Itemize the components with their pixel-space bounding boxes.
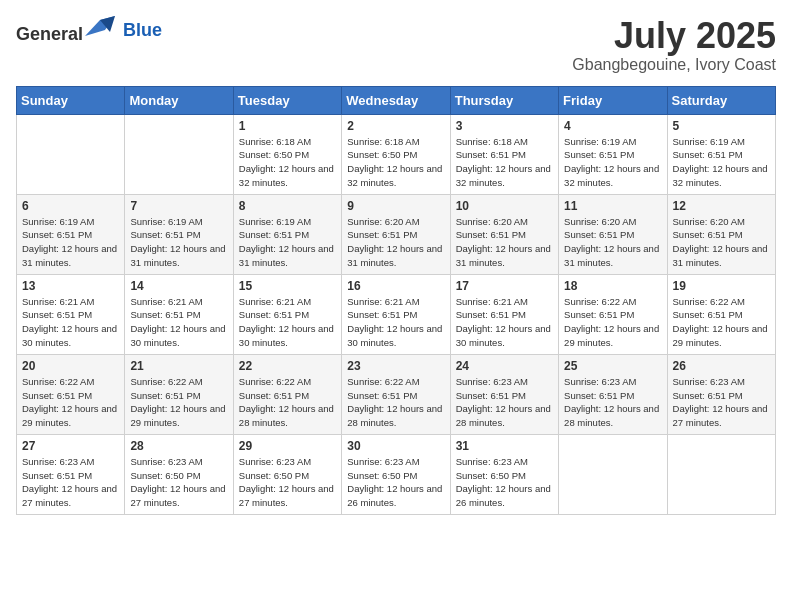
day-number: 1 (239, 119, 336, 133)
calendar-cell (17, 114, 125, 194)
day-number: 14 (130, 279, 227, 293)
calendar-table: SundayMondayTuesdayWednesdayThursdayFrid… (16, 86, 776, 515)
calendar-cell (667, 434, 775, 514)
day-info: Sunrise: 6:22 AMSunset: 6:51 PMDaylight:… (239, 375, 336, 430)
calendar-cell: 5Sunrise: 6:19 AMSunset: 6:51 PMDaylight… (667, 114, 775, 194)
day-info: Sunrise: 6:21 AMSunset: 6:51 PMDaylight:… (239, 295, 336, 350)
page-header: General Blue July 2025 Gbangbegouine, Iv… (16, 16, 776, 74)
day-info: Sunrise: 6:22 AMSunset: 6:51 PMDaylight:… (22, 375, 119, 430)
day-info: Sunrise: 6:23 AMSunset: 6:51 PMDaylight:… (22, 455, 119, 510)
day-info: Sunrise: 6:18 AMSunset: 6:50 PMDaylight:… (347, 135, 444, 190)
calendar-cell: 16Sunrise: 6:21 AMSunset: 6:51 PMDayligh… (342, 274, 450, 354)
calendar-cell: 8Sunrise: 6:19 AMSunset: 6:51 PMDaylight… (233, 194, 341, 274)
calendar-cell: 29Sunrise: 6:23 AMSunset: 6:50 PMDayligh… (233, 434, 341, 514)
calendar-cell: 23Sunrise: 6:22 AMSunset: 6:51 PMDayligh… (342, 354, 450, 434)
logo-blue: Blue (123, 20, 162, 41)
day-info: Sunrise: 6:22 AMSunset: 6:51 PMDaylight:… (130, 375, 227, 430)
day-number: 9 (347, 199, 444, 213)
day-info: Sunrise: 6:18 AMSunset: 6:51 PMDaylight:… (456, 135, 553, 190)
day-info: Sunrise: 6:22 AMSunset: 6:51 PMDaylight:… (564, 295, 661, 350)
day-number: 21 (130, 359, 227, 373)
day-number: 2 (347, 119, 444, 133)
calendar-cell: 20Sunrise: 6:22 AMSunset: 6:51 PMDayligh… (17, 354, 125, 434)
calendar-cell: 1Sunrise: 6:18 AMSunset: 6:50 PMDaylight… (233, 114, 341, 194)
calendar-cell: 14Sunrise: 6:21 AMSunset: 6:51 PMDayligh… (125, 274, 233, 354)
day-number: 7 (130, 199, 227, 213)
calendar-week-row: 27Sunrise: 6:23 AMSunset: 6:51 PMDayligh… (17, 434, 776, 514)
calendar-cell: 30Sunrise: 6:23 AMSunset: 6:50 PMDayligh… (342, 434, 450, 514)
weekday-header-wednesday: Wednesday (342, 86, 450, 114)
calendar-cell: 27Sunrise: 6:23 AMSunset: 6:51 PMDayligh… (17, 434, 125, 514)
weekday-header-saturday: Saturday (667, 86, 775, 114)
weekday-header-row: SundayMondayTuesdayWednesdayThursdayFrid… (17, 86, 776, 114)
weekday-header-friday: Friday (559, 86, 667, 114)
calendar-cell: 12Sunrise: 6:20 AMSunset: 6:51 PMDayligh… (667, 194, 775, 274)
day-info: Sunrise: 6:23 AMSunset: 6:51 PMDaylight:… (673, 375, 770, 430)
calendar-cell (125, 114, 233, 194)
day-number: 17 (456, 279, 553, 293)
day-info: Sunrise: 6:21 AMSunset: 6:51 PMDaylight:… (130, 295, 227, 350)
title-section: July 2025 Gbangbegouine, Ivory Coast (572, 16, 776, 74)
day-number: 27 (22, 439, 119, 453)
calendar-week-row: 1Sunrise: 6:18 AMSunset: 6:50 PMDaylight… (17, 114, 776, 194)
day-number: 31 (456, 439, 553, 453)
day-info: Sunrise: 6:23 AMSunset: 6:50 PMDaylight:… (456, 455, 553, 510)
day-info: Sunrise: 6:20 AMSunset: 6:51 PMDaylight:… (564, 215, 661, 270)
calendar-week-row: 6Sunrise: 6:19 AMSunset: 6:51 PMDaylight… (17, 194, 776, 274)
calendar-cell: 21Sunrise: 6:22 AMSunset: 6:51 PMDayligh… (125, 354, 233, 434)
weekday-header-tuesday: Tuesday (233, 86, 341, 114)
day-info: Sunrise: 6:21 AMSunset: 6:51 PMDaylight:… (347, 295, 444, 350)
day-info: Sunrise: 6:19 AMSunset: 6:51 PMDaylight:… (564, 135, 661, 190)
calendar-cell: 11Sunrise: 6:20 AMSunset: 6:51 PMDayligh… (559, 194, 667, 274)
calendar-cell: 17Sunrise: 6:21 AMSunset: 6:51 PMDayligh… (450, 274, 558, 354)
day-info: Sunrise: 6:23 AMSunset: 6:51 PMDaylight:… (564, 375, 661, 430)
day-info: Sunrise: 6:19 AMSunset: 6:51 PMDaylight:… (239, 215, 336, 270)
day-number: 6 (22, 199, 119, 213)
weekday-header-monday: Monday (125, 86, 233, 114)
logo-bird-icon (85, 16, 115, 40)
day-info: Sunrise: 6:19 AMSunset: 6:51 PMDaylight:… (673, 135, 770, 190)
calendar-cell: 7Sunrise: 6:19 AMSunset: 6:51 PMDaylight… (125, 194, 233, 274)
day-number: 12 (673, 199, 770, 213)
day-info: Sunrise: 6:23 AMSunset: 6:50 PMDaylight:… (347, 455, 444, 510)
day-info: Sunrise: 6:21 AMSunset: 6:51 PMDaylight:… (456, 295, 553, 350)
day-info: Sunrise: 6:22 AMSunset: 6:51 PMDaylight:… (347, 375, 444, 430)
day-number: 4 (564, 119, 661, 133)
day-info: Sunrise: 6:21 AMSunset: 6:51 PMDaylight:… (22, 295, 119, 350)
day-number: 25 (564, 359, 661, 373)
calendar-cell: 24Sunrise: 6:23 AMSunset: 6:51 PMDayligh… (450, 354, 558, 434)
calendar-cell: 9Sunrise: 6:20 AMSunset: 6:51 PMDaylight… (342, 194, 450, 274)
day-number: 22 (239, 359, 336, 373)
day-info: Sunrise: 6:20 AMSunset: 6:51 PMDaylight:… (456, 215, 553, 270)
calendar-cell: 22Sunrise: 6:22 AMSunset: 6:51 PMDayligh… (233, 354, 341, 434)
day-number: 13 (22, 279, 119, 293)
calendar-cell (559, 434, 667, 514)
calendar-cell: 6Sunrise: 6:19 AMSunset: 6:51 PMDaylight… (17, 194, 125, 274)
calendar-cell: 18Sunrise: 6:22 AMSunset: 6:51 PMDayligh… (559, 274, 667, 354)
day-number: 26 (673, 359, 770, 373)
location-subtitle: Gbangbegouine, Ivory Coast (572, 56, 776, 74)
day-info: Sunrise: 6:20 AMSunset: 6:51 PMDaylight:… (347, 215, 444, 270)
month-year-title: July 2025 (572, 16, 776, 56)
day-number: 16 (347, 279, 444, 293)
weekday-header-sunday: Sunday (17, 86, 125, 114)
day-info: Sunrise: 6:19 AMSunset: 6:51 PMDaylight:… (22, 215, 119, 270)
logo-general: General (16, 24, 83, 44)
calendar-cell: 10Sunrise: 6:20 AMSunset: 6:51 PMDayligh… (450, 194, 558, 274)
calendar-week-row: 20Sunrise: 6:22 AMSunset: 6:51 PMDayligh… (17, 354, 776, 434)
day-number: 23 (347, 359, 444, 373)
calendar-cell: 13Sunrise: 6:21 AMSunset: 6:51 PMDayligh… (17, 274, 125, 354)
day-number: 8 (239, 199, 336, 213)
day-info: Sunrise: 6:20 AMSunset: 6:51 PMDaylight:… (673, 215, 770, 270)
calendar-week-row: 13Sunrise: 6:21 AMSunset: 6:51 PMDayligh… (17, 274, 776, 354)
day-number: 3 (456, 119, 553, 133)
calendar-cell: 28Sunrise: 6:23 AMSunset: 6:50 PMDayligh… (125, 434, 233, 514)
calendar-cell: 4Sunrise: 6:19 AMSunset: 6:51 PMDaylight… (559, 114, 667, 194)
day-number: 5 (673, 119, 770, 133)
day-number: 18 (564, 279, 661, 293)
logo: General Blue (16, 16, 162, 45)
day-info: Sunrise: 6:18 AMSunset: 6:50 PMDaylight:… (239, 135, 336, 190)
day-number: 30 (347, 439, 444, 453)
calendar-cell: 31Sunrise: 6:23 AMSunset: 6:50 PMDayligh… (450, 434, 558, 514)
day-number: 28 (130, 439, 227, 453)
